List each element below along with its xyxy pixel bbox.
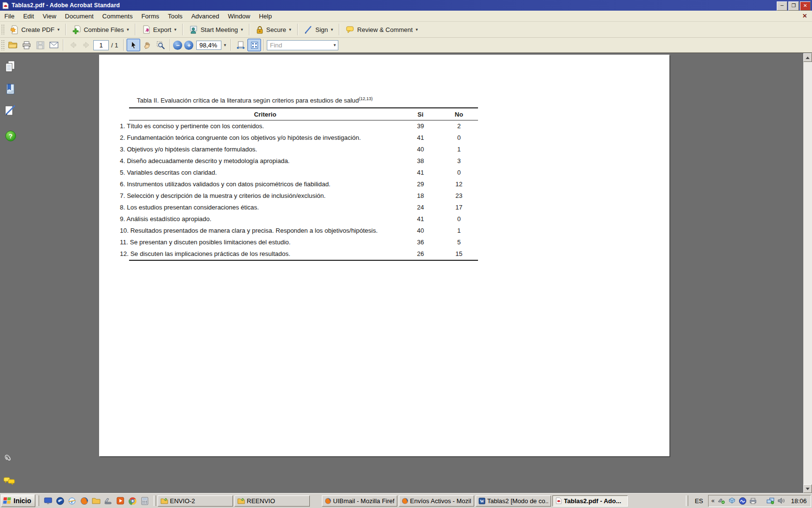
- chevron-down-icon: ▾: [331, 27, 334, 32]
- cell-no: 1: [440, 225, 478, 237]
- chevron-down-icon: ▾: [127, 27, 129, 32]
- taskbar-button-word[interactable]: W Tablas2 [Modo de co...: [476, 495, 551, 507]
- menu-comments[interactable]: Comments: [98, 12, 137, 21]
- scroll-down-button[interactable]: [803, 484, 812, 493]
- zoom-level-input[interactable]: 98,4%: [196, 41, 221, 50]
- page-number-input[interactable]: [93, 40, 109, 50]
- menu-advanced[interactable]: Advanced: [187, 12, 224, 21]
- select-tool-button[interactable]: [127, 39, 140, 51]
- toolbar-separator: [297, 24, 298, 35]
- restore-button[interactable]: ❐: [788, 1, 799, 11]
- chrome-icon[interactable]: [128, 496, 137, 506]
- review-comment-button[interactable]: Review & Comment ▾: [342, 23, 421, 36]
- toolbar-grip[interactable]: [1, 24, 4, 35]
- cell-criterio: 1. Título es conciso y pertinente con lo…: [129, 120, 401, 133]
- fit-width-button[interactable]: [234, 39, 247, 51]
- annotations-panel-button[interactable]: [4, 104, 16, 117]
- fit-page-button[interactable]: [247, 39, 261, 51]
- folder-note-icon: [237, 498, 245, 504]
- taskbar-button-uibmail[interactable]: UIBmail - Mozilla Firefox: [322, 495, 397, 507]
- menu-window[interactable]: Window: [223, 12, 254, 21]
- menu-help[interactable]: Help: [255, 12, 276, 21]
- taskbar-clock: 18:06: [791, 497, 807, 505]
- minimize-button[interactable]: ─: [777, 1, 787, 11]
- close-button[interactable]: ✕: [800, 1, 811, 11]
- taskbar-divider: [686, 495, 688, 506]
- taskbar-button-reenvio[interactable]: REENVIO: [234, 495, 310, 507]
- find-dropdown-icon[interactable]: ▾: [331, 40, 338, 50]
- show-desktop-icon[interactable]: [44, 496, 53, 506]
- table-row: 2. Fundamentación teórica congruente con…: [129, 132, 478, 144]
- zoom-dropdown-icon[interactable]: ▾: [221, 40, 228, 50]
- toolbar-grip[interactable]: [1, 40, 4, 50]
- taskbar-button-acrobat[interactable]: Tablas2.pdf - Ado...: [552, 495, 628, 507]
- forward-arrow-icon: [83, 41, 90, 49]
- review-comment-label: Review & Comment: [357, 26, 413, 33]
- menu-tools[interactable]: Tools: [163, 12, 187, 21]
- create-pdf-button[interactable]: Create PDF ▾: [6, 23, 63, 36]
- network-icon[interactable]: [767, 497, 774, 505]
- taskbar-button-label: UIBmail - Mozilla Firefox: [333, 497, 394, 505]
- cell-si: 40: [401, 225, 440, 237]
- firefox-icon[interactable]: [80, 496, 89, 506]
- menu-view[interactable]: View: [38, 12, 60, 21]
- calculator-icon[interactable]: [140, 496, 149, 506]
- hand-tool-button[interactable]: [140, 39, 154, 51]
- print-button[interactable]: [20, 39, 33, 51]
- comments-panel-button[interactable]: [3, 475, 16, 488]
- volume-icon[interactable]: [777, 497, 785, 505]
- save-button[interactable]: [33, 39, 47, 51]
- marquee-zoom-button[interactable]: [154, 39, 167, 51]
- start-button[interactable]: Inicio: [1, 494, 35, 507]
- scroll-up-button[interactable]: [803, 53, 812, 62]
- secure-button[interactable]: Secure ▾: [252, 23, 295, 36]
- taskbar-button-envio2[interactable]: ENVIO-2: [158, 495, 233, 507]
- scanner-icon[interactable]: [104, 496, 113, 506]
- menu-file[interactable]: File: [0, 12, 19, 21]
- messenger-icon[interactable]: [739, 497, 746, 505]
- email-button[interactable]: [47, 39, 60, 51]
- taskbar-button-label: Envíos Activos - Mozil...: [410, 497, 471, 505]
- pdf-page[interactable]: Tabla II. Evaluación crítica de la liter…: [99, 55, 669, 456]
- how-to-panel-button[interactable]: ?: [4, 130, 17, 142]
- next-view-button[interactable]: [80, 39, 93, 51]
- language-indicator[interactable]: ES: [690, 497, 708, 505]
- pages-panel-button[interactable]: [4, 60, 16, 73]
- menu-document[interactable]: Document: [60, 12, 98, 21]
- print-queue-icon[interactable]: [749, 497, 757, 505]
- menu-edit[interactable]: Edit: [19, 12, 38, 21]
- start-meeting-button[interactable]: Start Meeting ▾: [186, 23, 246, 36]
- thunderbird-icon[interactable]: [56, 496, 65, 506]
- zoom-out-button[interactable]: −: [173, 41, 182, 50]
- save-icon: [36, 41, 44, 49]
- usb-device-icon[interactable]: [717, 497, 725, 505]
- arrow-up-icon: [806, 57, 810, 59]
- folder-note-icon: [160, 498, 168, 504]
- combine-files-button[interactable]: Combine Files ▾: [69, 23, 132, 36]
- media-player-icon[interactable]: [116, 496, 125, 506]
- vertical-scrollbar[interactable]: [803, 53, 812, 493]
- sync-status-icon[interactable]: [728, 497, 736, 505]
- bookmarks-panel-button[interactable]: [4, 83, 16, 96]
- start-label: Inicio: [14, 497, 31, 505]
- menu-forms[interactable]: Forms: [137, 12, 163, 21]
- cell-si: 24: [401, 202, 440, 213]
- zoom-in-button[interactable]: +: [184, 41, 193, 50]
- email-icon: [49, 42, 58, 48]
- secure-label: Secure: [266, 26, 286, 33]
- find-input[interactable]: [267, 42, 331, 49]
- taskbar-button-envios-activos[interactable]: Envíos Activos - Mozil...: [399, 495, 474, 507]
- table-title: Tabla II. Evaluación crítica de la liter…: [137, 96, 479, 104]
- toolbar-separator: [170, 39, 171, 51]
- word-icon: W: [478, 497, 485, 505]
- cell-si: 40: [401, 144, 440, 155]
- close-document-icon[interactable]: ✕: [800, 12, 809, 20]
- export-button[interactable]: Export ▾: [138, 23, 180, 36]
- previous-view-button[interactable]: [66, 39, 80, 51]
- attachments-panel-button[interactable]: [3, 449, 16, 462]
- sign-button[interactable]: Sign ▾: [301, 23, 337, 36]
- internet-explorer-icon[interactable]: e: [68, 496, 77, 506]
- open-button[interactable]: [6, 39, 20, 51]
- folder-icon[interactable]: [92, 496, 101, 506]
- tray-overflow-icon[interactable]: «: [711, 497, 715, 504]
